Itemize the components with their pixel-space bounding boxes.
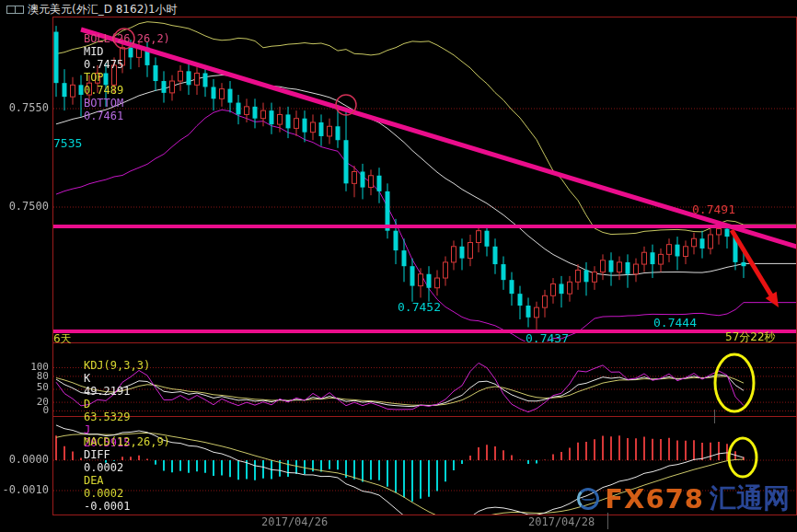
boll-bottom-value: 0.7461 [84, 110, 123, 122]
bar-countdown-label: 57分22秒 [725, 331, 776, 343]
boll-bottom-label: BOTTOM [84, 97, 123, 110]
macd-axis-label: -0.0010 [0, 484, 49, 496]
title-bar: 澳元美元(外汇_D 8162)1小时 [0, 0, 797, 17]
kdj-axis-label: 50 [0, 381, 49, 393]
boll-top-value: 0.7489 [84, 84, 123, 97]
resistance-price-label: 0.7491 [692, 203, 735, 215]
swing-low-label: 0.7452 [398, 301, 441, 313]
boll-top-label: TOP [84, 71, 104, 84]
boll-mid-label: MID [84, 45, 104, 58]
kdj-d-label: D [84, 398, 90, 411]
macd-dea-label: DEA [84, 474, 104, 487]
x-axis-date: 2017/04/28 [528, 516, 595, 528]
lower-band-label: 0.7444 [653, 317, 697, 329]
y-axis-label: 0.7500 [0, 201, 49, 213]
macd-axis-label: 0.0000 [0, 454, 49, 466]
crosshair-tick [714, 410, 715, 423]
boll-mid-value: 0.7475 [84, 58, 123, 71]
y-axis-label: 0.7550 [0, 102, 49, 114]
kdj-k-label: K [84, 372, 90, 385]
chart-title: 澳元美元(外汇_D 8162)1小时 [28, 2, 178, 17]
link-icon [6, 6, 15, 14]
macd-dea-value: 0.0002 [84, 487, 123, 500]
kdj-axis-label: 0 [0, 404, 49, 416]
mid-band-price-label: 7535 [53, 137, 82, 149]
globe-icon [577, 488, 599, 510]
x-axis-date: 2017/04/26 [261, 516, 328, 528]
macd-name: MACD(12,26,9) [84, 435, 170, 448]
boll-name: BOLL(26,26,2) [84, 32, 170, 45]
macd-diff-label: DIFF [84, 448, 110, 461]
trading-chart-window: 澳元美元(外汇_D 8162)1小时 BOLL(26,26,2) MID 0.7… [0, 0, 797, 532]
kdj-name: KDJ(9,3,3) [84, 359, 150, 372]
watermark: FX678 汇通网 [577, 480, 790, 517]
watermark-brand: FX678 [605, 483, 704, 515]
period-label: 6天 [53, 333, 72, 345]
macd-value: -0.0001 [84, 500, 131, 513]
kdj-k-value: 49.2191 [84, 385, 131, 398]
link-icon [15, 6, 24, 14]
kdj-d-value: 63.5329 [84, 411, 131, 423]
macd-diff-value: 0.0002 [84, 461, 123, 474]
boll-header: BOLL(26,26,2) MID 0.7475 TOP 0.7489 BOTT… [57, 19, 181, 135]
swing-low-label: 0.7437 [526, 332, 569, 344]
watermark-site: 汇通网 [710, 480, 790, 517]
macd-header: MACD(12,26,9) DIFF 0.0002 DEA 0.0002 -0.… [57, 422, 178, 526]
